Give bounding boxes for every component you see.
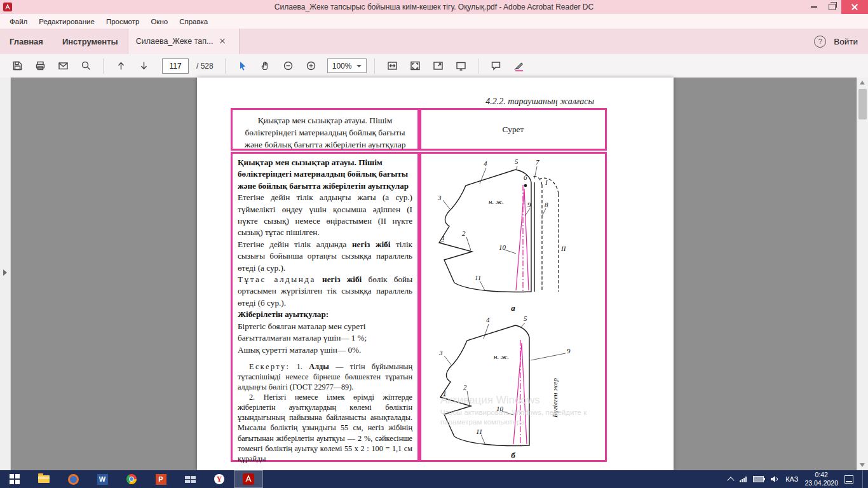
fullscreen-button[interactable] <box>428 57 447 75</box>
taskbar-app[interactable] <box>175 470 205 488</box>
taskbar-acrobat[interactable] <box>234 470 263 488</box>
toolbar-separator <box>478 58 478 74</box>
fit-page-button[interactable] <box>405 57 424 75</box>
scroll-down-icon[interactable] <box>860 463 865 467</box>
figure-label: 3 <box>437 194 442 201</box>
figure-label: н. ж. <box>489 198 504 205</box>
figure-label: 11 <box>476 428 482 435</box>
help-icon[interactable]: ? <box>814 36 826 48</box>
minimize-icon <box>811 6 817 8</box>
figure-a-caption: а <box>421 303 605 313</box>
language-indicator[interactable]: КАЗ <box>785 475 798 483</box>
figure-label: 6 <box>524 173 527 181</box>
figure-label: 7 <box>536 158 539 166</box>
print-button[interactable] <box>31 57 50 75</box>
titlebar: Силаева_Жеке тапсырыс бойынша киім-кешек… <box>0 0 868 14</box>
tray-expand-icon[interactable] <box>728 477 735 484</box>
start-button[interactable] <box>0 470 29 488</box>
figure-label: 11 <box>475 274 481 281</box>
paragraph: Жіберілетін ауытқулар: <box>238 309 412 320</box>
paragraph: Біртегіс боялған маталар мен суреті бағы… <box>238 321 412 344</box>
highlight-button[interactable] <box>509 57 528 75</box>
sign-in-button[interactable]: Войти <box>834 37 858 46</box>
taskbar-firefox[interactable] <box>58 470 88 488</box>
clock-date: 23.04.2020 <box>804 479 838 487</box>
menu-window[interactable]: Окно <box>145 15 173 29</box>
tab-close-icon[interactable] <box>219 38 226 44</box>
network-icon[interactable] <box>740 476 747 482</box>
zoom-level-select[interactable]: 100% <box>327 58 367 73</box>
figure-b-caption: б <box>421 451 605 461</box>
taskbar-file-explorer[interactable] <box>29 470 58 488</box>
action-center-icon[interactable] <box>844 475 853 484</box>
word-icon: W <box>97 474 108 485</box>
window-controls <box>804 0 868 14</box>
document-area: 4.2.2. тараушаның жалғасы Қиықтар мен сы… <box>0 78 868 470</box>
menu-file[interactable]: Файл <box>4 15 33 29</box>
hand-tool-button[interactable] <box>256 57 275 75</box>
vertical-scrollbar[interactable] <box>857 78 868 470</box>
tabbar-right: ? Войти <box>814 29 868 54</box>
reading-mode-button[interactable] <box>451 57 470 75</box>
taskbar-word[interactable]: W <box>88 470 117 488</box>
highlighter-icon <box>513 60 524 72</box>
save-button[interactable] <box>8 57 27 75</box>
paragraph: Етегіне дейін тілік алдында негіз жібі т… <box>238 239 412 274</box>
show-desktop-button[interactable] <box>862 470 865 488</box>
fit-width-button[interactable] <box>383 57 402 75</box>
fit-page-icon <box>410 60 421 71</box>
volume-icon[interactable] <box>770 475 779 483</box>
zoom-out-button[interactable] <box>279 57 298 75</box>
taskbar-chrome[interactable] <box>117 470 146 488</box>
scroll-up-icon[interactable] <box>860 81 865 85</box>
select-tool-button[interactable] <box>233 57 252 75</box>
yandex-icon: Y <box>214 474 224 484</box>
page-total-label: / 528 <box>196 62 214 71</box>
hand-icon <box>260 60 271 71</box>
menu-help[interactable]: Справка <box>173 15 214 29</box>
reading-mode-icon <box>456 60 466 71</box>
zoom-in-button[interactable] <box>302 57 321 75</box>
clock[interactable]: 0:42 23.04.2020 <box>804 471 838 487</box>
paragraph: Ашық суретті маталар үшін— 0%. <box>238 344 412 356</box>
taskbar-yandex[interactable]: Y <box>205 470 234 488</box>
pdf-page: 4.2.2. тараушаның жалғасы Қиықтар мен сы… <box>197 78 674 470</box>
search-icon <box>81 60 92 71</box>
page-number-input[interactable] <box>162 58 189 74</box>
search-button[interactable] <box>76 57 95 75</box>
restore-button[interactable] <box>823 0 841 14</box>
arrow-up-icon <box>116 60 126 71</box>
figure-label: 3 <box>438 349 443 356</box>
menu-view[interactable]: Просмотр <box>100 15 146 29</box>
next-page-button[interactable] <box>134 57 153 75</box>
cursor-icon <box>237 60 248 71</box>
tabbar: Главная Инструменты Силаева_Жеке тап... … <box>0 29 868 54</box>
fold-line-label: Бүгілген жер <box>551 378 559 418</box>
minimize-button[interactable] <box>804 0 823 14</box>
comment-button[interactable] <box>486 57 505 75</box>
previous-page-button[interactable] <box>111 57 130 75</box>
arrow-down-icon <box>139 60 149 71</box>
acrobat-icon <box>242 473 255 485</box>
tab-home[interactable]: Главная <box>0 29 53 54</box>
expand-panel-button[interactable] <box>0 262 10 283</box>
battery-icon[interactable] <box>753 476 764 482</box>
fullscreen-icon <box>433 60 444 71</box>
taskbar-powerpoint[interactable]: P <box>146 470 175 488</box>
note-paragraph: Ескерту: 1. Алды — тігін бұйымының тұтас… <box>238 362 412 392</box>
plus-circle-icon <box>306 60 316 71</box>
tab-document[interactable]: Силаева_Жеке тап... <box>128 29 240 54</box>
toolbar-separator <box>103 58 104 74</box>
powerpoint-icon: P <box>156 474 166 485</box>
table-header-description: Қиықтар мен сызықтар атауы. Пішім бөлікт… <box>231 108 419 151</box>
figure-label: 1 <box>442 234 445 241</box>
menu-edit[interactable]: Редактирование <box>33 15 100 29</box>
restore-icon <box>829 4 836 10</box>
close-button[interactable] <box>841 0 868 14</box>
scrollbar-thumb[interactable] <box>858 89 867 119</box>
tab-tools[interactable]: Инструменты <box>53 29 128 54</box>
toolbar-separator <box>225 58 226 74</box>
chevron-right-icon <box>3 269 7 276</box>
note-paragraph: 2. Негізгі немесе ілмек өрімді жіптерде … <box>238 392 412 464</box>
email-button[interactable] <box>53 57 72 75</box>
